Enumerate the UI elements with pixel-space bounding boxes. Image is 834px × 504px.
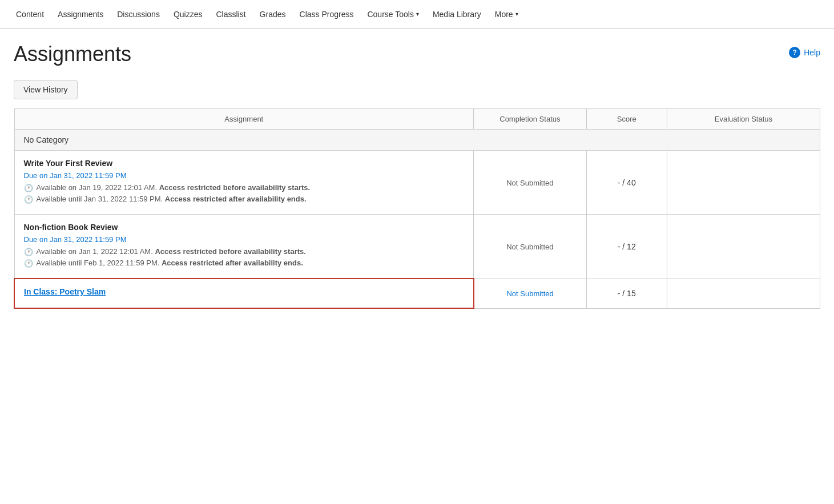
table-row: Write Your First Review Due on Jan 31, 2… bbox=[14, 151, 820, 215]
assignment-name-1: Write Your First Review bbox=[24, 159, 465, 168]
completion-status-3: Not Submitted bbox=[474, 279, 587, 308]
nav-more[interactable]: More ▾ bbox=[488, 0, 525, 28]
top-navigation: Content Assignments Discussions Quizzes … bbox=[0, 0, 834, 29]
nav-classlist[interactable]: Classlist bbox=[209, 0, 252, 28]
availability-text-1b: Available until Jan 31, 2022 11:59 PM. A… bbox=[37, 195, 307, 203]
nav-class-progress[interactable]: Class Progress bbox=[293, 0, 361, 28]
page-header: Assignments ? Help bbox=[0, 29, 834, 75]
score-cell-1: - / 40 bbox=[586, 151, 667, 215]
eval-cell-2 bbox=[667, 215, 820, 279]
more-dropdown-arrow: ▾ bbox=[515, 11, 518, 17]
availability-row-1a: 🕐 Available on Jan 19, 2022 12:01 AM. Ac… bbox=[24, 183, 465, 192]
toolbar: View History bbox=[0, 75, 834, 108]
view-history-button[interactable]: View History bbox=[14, 80, 78, 99]
assignments-table: Assignment Completion Status Score Evalu… bbox=[14, 108, 820, 309]
completion-status-1: Not Submitted bbox=[474, 151, 587, 215]
clock-icon-1a: 🕐 bbox=[24, 184, 33, 192]
completion-link-3[interactable]: Not Submitted bbox=[506, 289, 553, 298]
help-icon: ? bbox=[789, 47, 800, 58]
nav-media-library[interactable]: Media Library bbox=[426, 0, 488, 28]
score-cell-3: - / 15 bbox=[586, 279, 667, 308]
availability-row-2b: 🕐 Available until Feb 1, 2022 11:59 PM. … bbox=[24, 259, 465, 268]
clock-icon-2b: 🕐 bbox=[24, 259, 33, 268]
course-tools-dropdown-arrow: ▾ bbox=[416, 11, 419, 17]
nav-content[interactable]: Content bbox=[9, 0, 51, 28]
table-row: In Class: Poetry Slam Not Submitted - / … bbox=[14, 279, 820, 308]
availability-row-2a: 🕐 Available on Jan 1, 2022 12:01 AM. Acc… bbox=[24, 247, 465, 256]
help-label: Help bbox=[804, 48, 820, 57]
completion-text-2: Not Submitted bbox=[506, 243, 553, 251]
due-date-1: Due on Jan 31, 2022 11:59 PM bbox=[24, 171, 465, 180]
nav-discussions[interactable]: Discussions bbox=[110, 0, 167, 28]
col-header-completion: Completion Status bbox=[474, 109, 587, 130]
col-header-score: Score bbox=[586, 109, 667, 130]
assignment-cell-1: Write Your First Review Due on Jan 31, 2… bbox=[14, 151, 474, 215]
assignment-cell-3: In Class: Poetry Slam bbox=[14, 279, 474, 308]
score-text-2: - / 12 bbox=[618, 242, 636, 251]
clock-icon-2a: 🕐 bbox=[24, 248, 33, 256]
table-row: Non-fiction Book Review Due on Jan 31, 2… bbox=[14, 215, 820, 279]
availability-row-1b: 🕐 Available until Jan 31, 2022 11:59 PM.… bbox=[24, 195, 465, 204]
availability-text-2b: Available until Feb 1, 2022 11:59 PM. Ac… bbox=[37, 259, 303, 267]
nav-assignments[interactable]: Assignments bbox=[51, 0, 110, 28]
eval-cell-3 bbox=[667, 279, 820, 308]
score-text-1: - / 40 bbox=[618, 178, 636, 187]
table-header-row: Assignment Completion Status Score Evalu… bbox=[14, 109, 820, 130]
category-label: No Category bbox=[14, 130, 820, 151]
assignment-cell-2: Non-fiction Book Review Due on Jan 31, 2… bbox=[14, 215, 474, 279]
due-date-2: Due on Jan 31, 2022 11:59 PM bbox=[24, 235, 465, 244]
availability-text-1a: Available on Jan 19, 2022 12:01 AM. Acce… bbox=[37, 183, 311, 192]
score-text-3: - / 15 bbox=[618, 289, 636, 298]
nav-grades[interactable]: Grades bbox=[253, 0, 293, 28]
assignment-name-2: Non-fiction Book Review bbox=[24, 223, 465, 232]
help-link[interactable]: ? Help bbox=[789, 47, 820, 58]
page-title: Assignments bbox=[14, 42, 131, 66]
clock-icon-1b: 🕐 bbox=[24, 195, 33, 204]
eval-cell-1 bbox=[667, 151, 820, 215]
category-row: No Category bbox=[14, 130, 820, 151]
nav-quizzes[interactable]: Quizzes bbox=[167, 0, 209, 28]
col-header-evaluation: Evaluation Status bbox=[667, 109, 820, 130]
completion-text-1: Not Submitted bbox=[506, 179, 553, 187]
availability-text-2a: Available on Jan 1, 2022 12:01 AM. Acces… bbox=[37, 247, 306, 256]
score-cell-2: - / 12 bbox=[586, 215, 667, 279]
completion-status-2: Not Submitted bbox=[474, 215, 587, 279]
nav-course-tools[interactable]: Course Tools ▾ bbox=[360, 0, 425, 28]
col-header-assignment: Assignment bbox=[14, 109, 474, 130]
assignment-link-3[interactable]: In Class: Poetry Slam bbox=[24, 287, 464, 296]
